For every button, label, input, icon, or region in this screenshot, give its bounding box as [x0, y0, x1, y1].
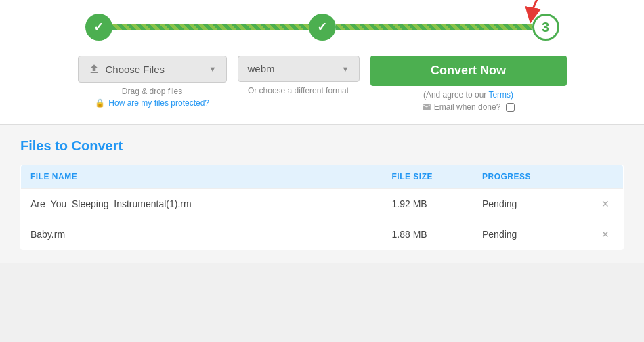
col-header-action [563, 165, 624, 189]
section-title-static: Files to [20, 138, 72, 153]
col-header-name: FILE NAME [21, 165, 383, 189]
step-1-circle: ✓ [85, 14, 112, 41]
col-header-size: FILE SIZE [383, 165, 473, 189]
step-2-circle: ✓ [309, 14, 336, 41]
file-action-cell: ✕ [563, 189, 624, 219]
terms-link[interactable]: Terms) [488, 90, 513, 100]
protection-link[interactable]: 🔒 How are my files protected? [95, 98, 209, 108]
lock-icon: 🔒 [95, 98, 105, 108]
table-header: FILE NAME FILE SIZE PROGRESS [21, 165, 624, 189]
step-2-icon: ✓ [317, 20, 327, 35]
upload-icon [88, 63, 100, 75]
file-size-cell: 1.88 MB [383, 219, 473, 250]
file-name-cell: Are_You_Sleeping_Instrumental(1).rm [21, 189, 383, 219]
file-action-cell: ✕ [563, 219, 624, 250]
drag-drop-hint: Drag & drop files [122, 87, 182, 96]
section-title-highlight: Convert [72, 138, 123, 153]
format-dropdown-icon: ▼ [342, 65, 349, 73]
step-1-icon: ✓ [93, 20, 104, 35]
bottom-panel: Files to Convert FILE NAME FILE SIZE PRO… [0, 125, 644, 263]
format-label: webm [248, 63, 275, 74]
actions-row: Choose Files ▼ Drag & drop files 🔒 How a… [20, 56, 624, 112]
section-title: Files to Convert [20, 138, 624, 154]
files-table: FILE NAME FILE SIZE PROGRESS Are_You_Sle… [20, 165, 624, 250]
terms-line: (And agree to our Terms) [423, 90, 513, 100]
convert-label: Convert Now [431, 64, 506, 77]
file-size-cell: 1.92 MB [383, 189, 473, 219]
choose-files-dropdown-icon: ▼ [209, 65, 217, 73]
table-row: Baby.rm 1.88 MB Pending ✕ [21, 219, 624, 250]
file-progress-cell: Pending [473, 189, 563, 219]
table-row: Are_You_Sleeping_Instrumental(1).rm 1.92… [21, 189, 624, 219]
format-hint: Or choose a different format [248, 86, 349, 95]
email-label: Email when done? [434, 102, 501, 112]
remove-file-button[interactable]: ✕ [597, 197, 614, 211]
choose-files-button[interactable]: Choose Files ▼ [78, 56, 227, 83]
choose-files-label: Choose Files [106, 64, 165, 75]
step-3-circle: 3 [532, 14, 559, 41]
format-block: webm ▼ Or choose a different format [238, 56, 360, 95]
convert-now-button[interactable]: Convert Now [370, 56, 567, 86]
convert-block: Convert Now (And agree to our Terms) Ema… [370, 56, 567, 112]
col-header-progress: PROGRESS [473, 165, 563, 189]
step-3-label: 3 [542, 20, 549, 35]
email-icon [422, 102, 431, 112]
email-checkbox[interactable] [506, 103, 515, 112]
format-button[interactable]: webm ▼ [238, 56, 360, 82]
files-tbody: Are_You_Sleeping_Instrumental(1).rm 1.92… [21, 189, 624, 250]
choose-files-block: Choose Files ▼ Drag & drop files 🔒 How a… [78, 56, 227, 108]
step-line-1 [112, 24, 309, 30]
file-progress-cell: Pending [473, 219, 563, 250]
remove-file-button[interactable]: ✕ [597, 228, 614, 241]
file-name-cell: Baby.rm [21, 219, 383, 250]
email-line: Email when done? [422, 102, 515, 112]
step-line-2 [336, 24, 532, 30]
